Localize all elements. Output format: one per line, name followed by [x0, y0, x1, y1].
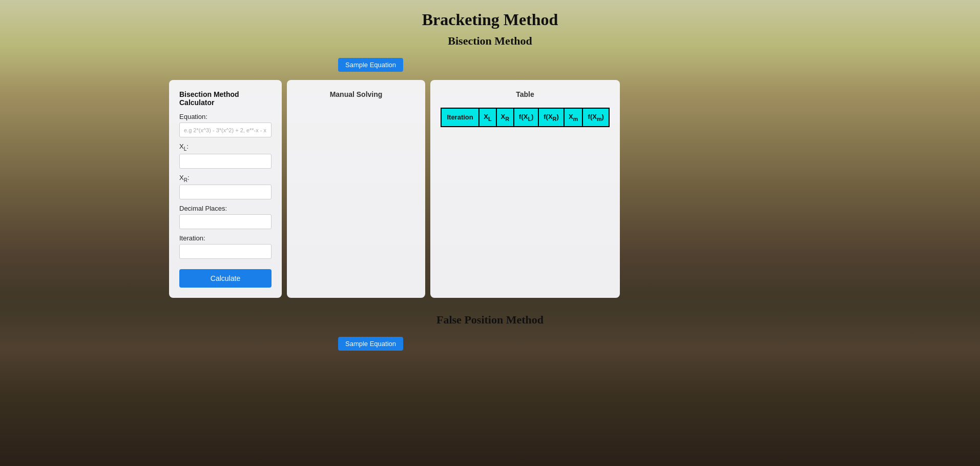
- manual-solving-title: Manual Solving: [297, 90, 415, 98]
- iteration-label: Iteration:: [179, 234, 272, 242]
- result-table: Iteration XL XR f(XL) f(XR) Xm f(Xm): [441, 108, 610, 127]
- bisection-section-title: Bisection Method: [0, 34, 980, 48]
- col-iteration: Iteration: [441, 108, 479, 127]
- iteration-input[interactable]: [179, 244, 272, 259]
- equation-input[interactable]: [179, 123, 272, 137]
- bisection-calculator-panel: Bisection Method Calculator Equation: XL…: [169, 80, 282, 298]
- false-position-sample-equation-button[interactable]: Sample Equation: [338, 337, 403, 351]
- xr-label: XR:: [179, 174, 272, 183]
- equation-label: Equation:: [179, 113, 272, 120]
- col-xl: XL: [479, 108, 496, 127]
- col-fxm: f(Xm): [582, 108, 609, 127]
- false-position-section: False Position Method Sample Equation: [0, 313, 980, 355]
- xr-sub: R: [184, 177, 187, 183]
- main-title: Bracketing Method: [0, 10, 980, 29]
- table-panel-title: Table: [441, 90, 610, 98]
- xl-label: XL:: [179, 143, 272, 152]
- col-xm: Xm: [564, 108, 583, 127]
- calculate-button[interactable]: Calculate: [179, 269, 272, 288]
- col-fxl: f(XL): [514, 108, 538, 127]
- false-position-title: False Position Method: [0, 313, 980, 327]
- table-panel: Table Iteration XL XR f(XL) f(XR) Xm f(X…: [430, 80, 620, 298]
- col-fxr: f(XR): [538, 108, 564, 127]
- bisection-panels: Bisection Method Calculator Equation: XL…: [169, 80, 620, 298]
- manual-solving-panel: Manual Solving: [287, 80, 425, 298]
- col-xr: XR: [496, 108, 514, 127]
- xl-sub: L: [184, 146, 187, 152]
- calculator-panel-title: Bisection Method Calculator: [179, 90, 272, 107]
- decimal-places-input[interactable]: [179, 214, 272, 229]
- xr-input[interactable]: [179, 185, 272, 199]
- bisection-sample-equation-button[interactable]: Sample Equation: [338, 58, 403, 72]
- xl-input[interactable]: [179, 154, 272, 169]
- decimal-places-label: Decimal Places:: [179, 205, 272, 212]
